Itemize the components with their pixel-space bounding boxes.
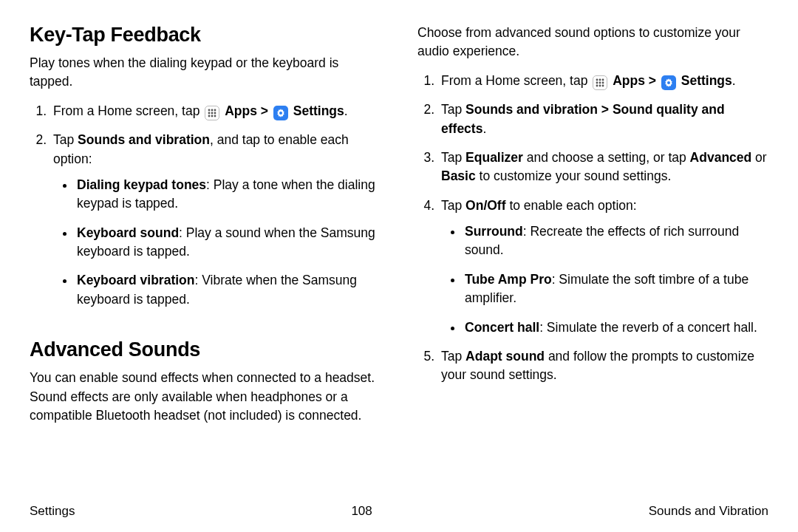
- footer-page-number: 108: [351, 504, 372, 519]
- step-1: From a Home screen, tap Apps > Settings.: [50, 102, 381, 120]
- bullet-surround: Surround: Recreate the effects of rich s…: [463, 222, 768, 260]
- rb3-a: Concert hall: [465, 320, 539, 335]
- bullet-keyboard-sound: Keyboard sound: Play a sound when the Sa…: [75, 224, 381, 262]
- step2-b: Sounds and vibration: [78, 132, 210, 147]
- rb1-a: Surround: [465, 224, 523, 239]
- step-2: Tap Sounds and vibration, and tap to ena…: [50, 131, 381, 309]
- rs1-a: From a Home screen, tap: [441, 73, 591, 88]
- heading-keytap: Key-Tap Feedback: [30, 24, 381, 47]
- rstep-5: Tap Adapt sound and follow the prompts t…: [438, 347, 768, 385]
- step1-apps-label: Apps: [225, 103, 257, 118]
- step1-sep: >: [257, 103, 272, 118]
- svg-point-5: [214, 112, 216, 114]
- apps-icon: [593, 75, 607, 90]
- svg-point-0: [208, 109, 211, 111]
- svg-point-11: [599, 78, 601, 81]
- step1-end: .: [344, 103, 348, 118]
- rs1-end: .: [732, 73, 736, 88]
- svg-point-16: [596, 84, 598, 86]
- rs4-a: Tap: [441, 198, 466, 213]
- svg-point-18: [602, 84, 604, 86]
- svg-point-3: [208, 112, 211, 114]
- step1-text-a: From a Home screen, tap: [53, 103, 203, 118]
- advanced-bullets: Surround: Recreate the effects of rich s…: [441, 222, 768, 337]
- rs3-g: to customize your sound settings.: [476, 168, 672, 183]
- bullet-tubeamp: Tube Amp Pro: Simulate the soft timbre o…: [463, 270, 768, 308]
- svg-point-17: [599, 84, 601, 86]
- rs3-b: Equalizer: [466, 150, 523, 165]
- bullet-dialing: Dialing keypad tones: Play a tone when t…: [75, 176, 381, 214]
- steps-keytap: From a Home screen, tap Apps > Settings.…: [30, 102, 381, 309]
- step2-a: Tap: [53, 132, 78, 147]
- rb2-a: Tube Amp Pro: [465, 272, 552, 287]
- rs3-c: and choose a setting, or tap: [523, 150, 690, 165]
- svg-point-2: [214, 109, 216, 111]
- rs1-settings: Settings: [681, 73, 732, 88]
- settings-icon: [661, 75, 676, 90]
- rstep-3: Tap Equalizer and choose a setting, or t…: [438, 149, 768, 186]
- svg-point-12: [602, 78, 604, 81]
- footer-left: Settings: [30, 504, 75, 519]
- step1-settings-label: Settings: [293, 103, 344, 118]
- rs1-sep: >: [645, 73, 660, 88]
- keytap-bullets: Dialing keypad tones: Play a tone when t…: [53, 176, 381, 309]
- svg-point-13: [596, 81, 598, 83]
- svg-point-6: [208, 115, 211, 117]
- rs5-a: Tap: [441, 349, 466, 364]
- b3-a: Keyboard vibration: [77, 273, 194, 287]
- right-column: Choose from advanced sound options to cu…: [417, 24, 768, 497]
- settings-icon: [273, 106, 288, 120]
- rs3-e: or: [751, 150, 766, 165]
- footer-right: Sounds and Vibration: [649, 504, 768, 519]
- rstep-4: Tap On/Off to enable each option: Surrou…: [438, 197, 768, 337]
- rstep-2: Tap Sounds and vibration > Sound quality…: [438, 100, 768, 138]
- rstep-1: From a Home screen, tap Apps > Settings.: [438, 72, 768, 90]
- bullet-concert: Concert hall: Simulate the reverb of a c…: [463, 318, 768, 337]
- svg-point-14: [599, 81, 601, 83]
- rs3-f: Basic: [441, 168, 476, 183]
- rs3-d: Advanced: [690, 150, 752, 165]
- svg-point-1: [211, 109, 214, 111]
- steps-advanced: From a Home screen, tap Apps > Settings.…: [417, 72, 768, 385]
- svg-point-9: [279, 112, 282, 115]
- rs5-b: Adapt sound: [466, 349, 545, 364]
- rs2-a: Tap: [441, 102, 466, 117]
- page-footer: Settings 108 Sounds and Vibration: [30, 504, 768, 519]
- svg-point-10: [596, 78, 598, 81]
- rb3-b: : Simulate the reverb of a concert hall.: [539, 320, 757, 335]
- apps-icon: [205, 106, 219, 120]
- svg-point-7: [211, 115, 214, 117]
- rs1-apps: Apps: [613, 73, 645, 88]
- heading-advanced: Advanced Sounds: [30, 338, 381, 361]
- right-intro: Choose from advanced sound options to cu…: [417, 24, 768, 61]
- rs2-c: .: [482, 121, 486, 136]
- svg-point-8: [214, 115, 216, 117]
- svg-point-19: [667, 81, 670, 84]
- rs4-c: to enable each option:: [506, 198, 637, 213]
- bullet-keyboard-vibration: Keyboard vibration: Vibrate when the Sam…: [75, 271, 381, 309]
- intro-advanced: You can enable sound effects when connec…: [30, 369, 381, 425]
- b1-a: Dialing keypad tones: [77, 177, 206, 192]
- rs4-b: On/Off: [466, 198, 505, 213]
- svg-point-15: [602, 81, 604, 83]
- left-column: Key-Tap Feedback Play tones when the dia…: [30, 24, 381, 497]
- intro-keytap: Play tones when the dialing keypad or th…: [30, 54, 381, 92]
- svg-point-4: [211, 112, 214, 114]
- rs3-a: Tap: [441, 150, 466, 165]
- b2-a: Keyboard sound: [77, 225, 179, 240]
